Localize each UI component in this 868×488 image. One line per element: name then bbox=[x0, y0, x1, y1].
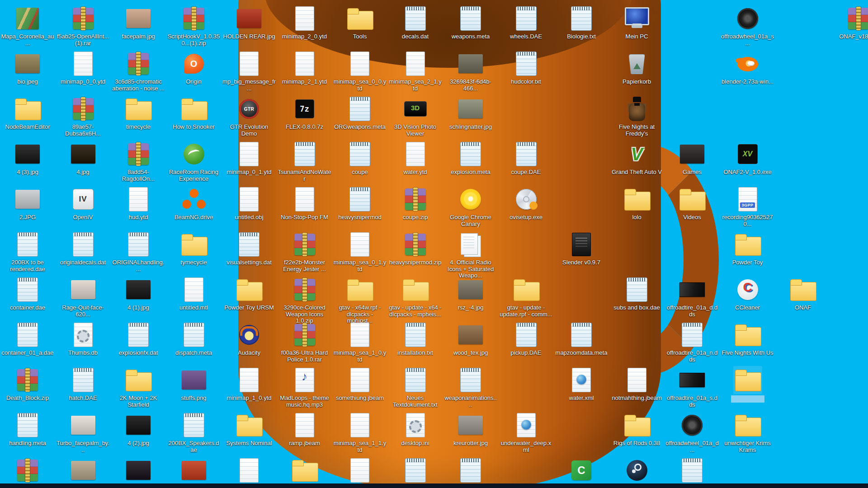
desktop-icon[interactable]: untitled.mtl bbox=[166, 276, 222, 311]
desktop-icon[interactable]: Turbo_facepalm_by... bbox=[56, 411, 111, 453]
desktop-icon[interactable]: Tools bbox=[332, 5, 387, 40]
desktop-icon[interactable]: Non-Stop-Pop FM bbox=[277, 185, 332, 221]
desktop-icon[interactable]: Papierkorb bbox=[609, 50, 665, 85]
desktop-icon[interactable]: mapzoomdata.meta bbox=[554, 321, 609, 357]
desktop-icon[interactable]: Mein PC bbox=[609, 5, 665, 40]
desktop-icon[interactable]: ramp.jbeam bbox=[277, 411, 332, 447]
desktop-icon[interactable]: blender-2.73a-win... bbox=[720, 50, 775, 85]
desktop-icon[interactable]: minimap_sea_1_1.ytd bbox=[332, 411, 387, 453]
desktop-icon[interactable]: tymecycle bbox=[166, 230, 222, 266]
desktop-icon[interactable]: underwater_deep.xml bbox=[499, 411, 554, 453]
desktop-icon[interactable]: Slender v0.9.7 bbox=[554, 230, 609, 266]
desktop-icon[interactable]: Grand Theft Auto V bbox=[609, 140, 665, 176]
desktop-icon[interactable]: MadLoops - theme music.hq.mp3 bbox=[277, 366, 332, 408]
desktop-icon[interactable]: pickup.DAE bbox=[499, 321, 554, 357]
desktop-icon[interactable]: Origin bbox=[166, 50, 222, 85]
desktop-icon[interactable]: Rage-Quit-face-620... bbox=[56, 276, 111, 318]
desktop-icon[interactable]: NodeBeamEditor bbox=[0, 95, 55, 131]
desktop-icon[interactable]: Games bbox=[665, 140, 720, 176]
desktop-icon[interactable]: 8add54-RagdollOn... bbox=[111, 140, 166, 182]
desktop-icon[interactable]: decals.dat bbox=[388, 5, 443, 40]
desktop-icon[interactable]: 3269843f-6d4b-466... bbox=[443, 50, 498, 92]
desktop-icon[interactable]: gtav - x64w.rpf - dlcpacks - mphipst... bbox=[332, 276, 387, 324]
desktop-icon[interactable]: visualsettings.dat bbox=[222, 230, 277, 266]
desktop-icon[interactable]: Biologie.txt bbox=[554, 5, 609, 40]
desktop-icon[interactable]: minimap_sea_2_1.ytd bbox=[388, 50, 443, 92]
desktop-icon[interactable]: offroadwheel_01a_d... bbox=[665, 411, 720, 453]
desktop-icon[interactable]: mp_big_message_fr... bbox=[222, 50, 277, 92]
desktop-icon[interactable]: subs and box.dae bbox=[609, 276, 665, 311]
desktop-icon[interactable]: coupe bbox=[332, 140, 387, 176]
desktop-icon[interactable]: minimap_sea_0_1.ytd bbox=[332, 230, 387, 272]
desktop-icon[interactable]: lolo bbox=[609, 185, 665, 221]
desktop-icon[interactable] bbox=[720, 366, 775, 403]
desktop-icon[interactable]: coupe.DAE bbox=[499, 140, 554, 176]
desktop-icon[interactable]: 4. Official Radio Icons + Saturated Weap… bbox=[443, 230, 498, 279]
desktop-icon[interactable]: FLEX-0.8.0.7z bbox=[277, 95, 332, 131]
desktop-icon[interactable]: installation.txt bbox=[388, 321, 443, 357]
desktop-icon[interactable]: offroadtire_01a_d.dds bbox=[665, 276, 720, 318]
desktop-icon[interactable]: container.dae bbox=[0, 276, 55, 311]
desktop-icon[interactable]: Five Nights at Freddy's bbox=[609, 95, 665, 137]
desktop-icon[interactable]: 4 (2).jpg bbox=[111, 411, 166, 447]
desktop-icon[interactable]: container_01_a.dae bbox=[0, 321, 55, 357]
desktop-icon[interactable]: gtav - update - update.rpf - comm... bbox=[499, 276, 554, 318]
desktop-icon[interactable]: recording903625270... bbox=[720, 185, 775, 227]
desktop-icon[interactable]: Systems Nominal bbox=[222, 411, 277, 447]
desktop-icon[interactable]: Google Chrome Canary bbox=[443, 185, 498, 227]
desktop-icon[interactable]: gtav - update - x64 - dlcpacks - mpheis.… bbox=[388, 276, 443, 318]
desktop-icon[interactable]: f00a36-Ultra Hard Police 1.0.rar bbox=[277, 321, 332, 363]
desktop-icon[interactable]: ONAF_v18.zip bbox=[831, 5, 868, 40]
desktop-icon[interactable]: minimap_0_1.ytd bbox=[222, 140, 277, 176]
desktop-icon[interactable]: timecycle bbox=[111, 95, 166, 131]
desktop-icon[interactable]: offroadtire_01a_n.dds bbox=[665, 321, 720, 363]
desktop-icon[interactable]: ONAF2-V_1.0.exe bbox=[720, 140, 775, 176]
taskbar[interactable] bbox=[0, 483, 868, 488]
desktop-icon[interactable]: handling.meta bbox=[0, 411, 55, 447]
desktop-icon[interactable]: facepalm.jpg bbox=[111, 5, 166, 40]
desktop-icon[interactable]: f5ab25-OpenAllInt...(1).rar bbox=[56, 5, 111, 47]
desktop-icon[interactable]: Powder Toy URSM bbox=[222, 276, 277, 311]
desktop-icon[interactable]: hud.ytd bbox=[111, 185, 166, 221]
desktop-icon[interactable]: How to Snooker bbox=[166, 95, 222, 131]
desktop-icon[interactable]: GTR Evolution Demo bbox=[222, 95, 277, 137]
desktop-icon[interactable]: stuffs.png bbox=[166, 366, 222, 402]
desktop-icon[interactable]: ScriptHookV_1.0.350...(1).zip bbox=[166, 5, 222, 47]
desktop-icon[interactable]: rsz_-4.jpg bbox=[443, 276, 498, 311]
desktop-icon[interactable]: TsunamiAndNoWater bbox=[277, 140, 332, 182]
desktop-icon[interactable]: 4 (3).jpg bbox=[0, 140, 55, 176]
desktop-icon[interactable]: 3290ce-Colored Weapon Icons 1.0.zip bbox=[277, 276, 332, 324]
desktop-icon[interactable]: minimap_sea_1_0.ytd bbox=[332, 321, 387, 363]
desktop-icon[interactable]: BeamNG.drive bbox=[166, 185, 222, 221]
desktop-icon[interactable]: ORIGINALhandling.... bbox=[111, 230, 166, 272]
desktop-icon[interactable]: Death_Block.zip bbox=[0, 366, 55, 402]
desktop-icon[interactable]: ONAF bbox=[775, 276, 830, 311]
desktop-icon[interactable]: notmahthing.jbeam bbox=[609, 366, 665, 402]
desktop-icon[interactable]: wheels.DAE bbox=[499, 5, 554, 40]
desktop-icon[interactable]: wood_tex.jpg bbox=[443, 321, 498, 357]
desktop-icon[interactable]: untitled.obj bbox=[222, 185, 277, 221]
desktop-icon[interactable]: Thumbs.db bbox=[56, 321, 111, 357]
desktop-icon[interactable]: bio.jpeg bbox=[0, 50, 55, 85]
desktop-icon[interactable]: Rigs of Rods 0.38 bbox=[609, 411, 665, 447]
desktop-icon[interactable]: Audacity bbox=[222, 321, 277, 357]
desktop-icon[interactable]: 3c6d85-chromatic aberration - noise ... bbox=[111, 50, 166, 92]
desktop-icon[interactable]: 3D Vision Photo Viewer bbox=[388, 95, 443, 137]
desktop-icon[interactable]: offroadwheel_01a_s... bbox=[720, 5, 775, 47]
desktop-icon[interactable]: unwichtiger Krims Krams bbox=[720, 411, 775, 453]
desktop-icon[interactable]: hudcolor.txt bbox=[499, 50, 554, 85]
desktop-icon[interactable]: offroadtire_01a_s.dds bbox=[665, 366, 720, 408]
desktop-icon[interactable]: somethiung.jbeam bbox=[332, 366, 387, 402]
desktop-icon[interactable]: explosionfx.dat bbox=[111, 321, 166, 357]
desktop-icon[interactable]: heavysnipermod bbox=[332, 185, 387, 221]
desktop-icon[interactable]: weapons.meta bbox=[443, 5, 498, 40]
desktop-icon[interactable]: water.ytd bbox=[388, 140, 443, 176]
desktop-icon[interactable]: minimap_2_1.ytd bbox=[277, 50, 332, 85]
desktop-icon[interactable]: kreurotter.jpg bbox=[443, 411, 498, 447]
desktop-icon[interactable]: 4.jpg bbox=[56, 140, 111, 176]
desktop-icon[interactable]: Mapa_Coronella_au... bbox=[0, 5, 55, 47]
desktop-icon[interactable]: Five Nights With Us bbox=[720, 321, 775, 357]
desktop-icon[interactable]: minimap_1_0.ytd bbox=[222, 366, 277, 402]
desktop-icon[interactable]: minimap_sea_0_0.ytd bbox=[332, 50, 387, 92]
desktop-icon[interactable]: schlingnatter.jpg bbox=[443, 95, 498, 131]
